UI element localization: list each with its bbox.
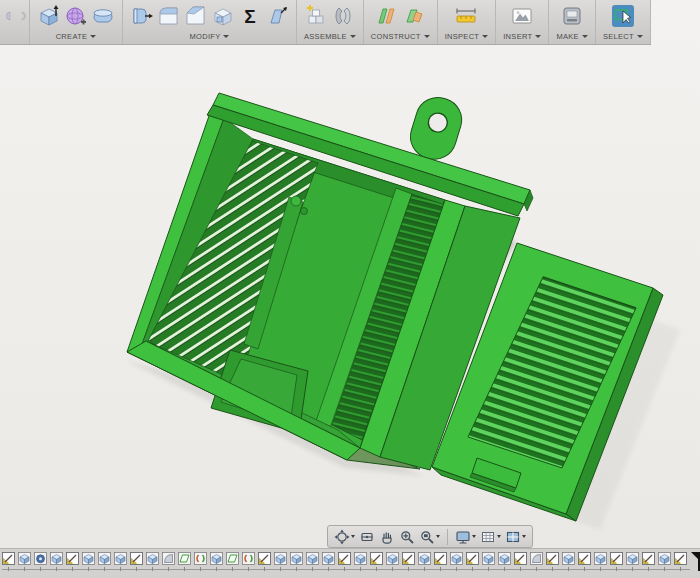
timeline-feature-extrude[interactable] xyxy=(82,552,95,571)
timeline-feature-extrude[interactable] xyxy=(274,552,287,571)
timeline-feature-extrude[interactable] xyxy=(386,552,399,571)
pan-button[interactable] xyxy=(378,529,396,545)
section-label-make[interactable]: MAKE xyxy=(556,32,587,41)
timeline-feature-extrude[interactable] xyxy=(290,552,303,571)
timeline-track[interactable] xyxy=(2,552,700,572)
timeline-feature-sketch[interactable] xyxy=(130,552,143,571)
orbit-button[interactable] xyxy=(333,529,356,545)
timeline-feature-sketch[interactable] xyxy=(642,552,655,571)
section-label-select[interactable]: SELECT xyxy=(603,32,643,41)
extrude-box-icon[interactable] xyxy=(37,4,61,28)
timeline-feature-revolve[interactable] xyxy=(34,552,47,571)
display-settings-button[interactable] xyxy=(454,529,477,545)
timeline-feature-extrude[interactable] xyxy=(114,552,127,571)
timeline-feature-joint[interactable] xyxy=(194,552,207,571)
timeline-tick xyxy=(56,567,57,571)
construction-plane-icon[interactable] xyxy=(375,4,399,28)
timeline-feature-extrude[interactable] xyxy=(146,552,159,571)
timeline-feature-sketch[interactable] xyxy=(2,552,15,571)
viewport-canvas[interactable] xyxy=(0,0,700,578)
section-label-create[interactable]: CREATE xyxy=(56,32,97,41)
timeline-feature-sketch[interactable] xyxy=(338,552,351,571)
timeline-tick xyxy=(616,567,617,571)
viewports-button[interactable] xyxy=(504,529,527,545)
timeline-feature-plane[interactable] xyxy=(226,552,239,571)
toolbar-section-make: MAKE xyxy=(549,0,595,44)
timeline-tick xyxy=(104,567,105,571)
timeline-feature-extrude[interactable] xyxy=(210,552,223,571)
timeline-feature-extrude[interactable] xyxy=(418,552,431,571)
timeline-feature-extrude[interactable] xyxy=(562,552,575,571)
section-label-modify[interactable]: MODIFY xyxy=(190,32,230,41)
shell-icon[interactable] xyxy=(211,4,235,28)
timeline-feature-extrude[interactable] xyxy=(482,552,495,571)
timeline-feature-extrude[interactable] xyxy=(18,552,31,571)
timeline-tick xyxy=(168,567,169,571)
zoom-window-button[interactable] xyxy=(418,529,441,545)
timeline-feature-extrude[interactable] xyxy=(450,552,463,571)
timeline-feature-sketch[interactable] xyxy=(66,552,79,571)
parameters-sigma-icon[interactable]: Σ xyxy=(238,4,262,28)
dropdown-caret-icon xyxy=(522,535,526,538)
grid-layout-button[interactable] xyxy=(479,529,502,545)
timeline-feature-extrude[interactable] xyxy=(50,552,63,571)
timeline-feature-plane[interactable] xyxy=(178,552,191,571)
timeline-feature-extrude[interactable] xyxy=(498,552,511,571)
timeline-tick xyxy=(24,567,25,571)
section-label-construct[interactable]: CONSTRUCT xyxy=(371,32,430,41)
insert-image-icon[interactable] xyxy=(510,4,534,28)
timeline-feature-fillet[interactable] xyxy=(530,552,543,571)
toolbar-panel: CREATEΣMODIFYASSEMBLECONSTRUCTINSPECTINS… xyxy=(0,0,651,45)
timeline-feature-sketch[interactable] xyxy=(402,552,415,571)
timeline-feature-extrude[interactable] xyxy=(594,552,607,571)
measure-icon[interactable] xyxy=(454,4,478,28)
revolve-slab-icon[interactable] xyxy=(91,4,115,28)
timeline-feature-extrude[interactable] xyxy=(658,552,671,571)
look-at-button[interactable] xyxy=(358,529,376,545)
select-tool-icon[interactable] xyxy=(609,3,636,30)
joint-icon[interactable] xyxy=(331,4,355,28)
timeline-feature-sketch[interactable] xyxy=(434,552,447,571)
rail-pin[interactable] xyxy=(301,208,308,215)
midplane-icon[interactable] xyxy=(402,4,426,28)
timeline-feature-sketch[interactable] xyxy=(674,552,687,571)
timeline-feature-extrude[interactable] xyxy=(306,552,319,571)
section-label-assemble[interactable]: ASSEMBLE xyxy=(304,32,356,41)
draft-icon[interactable] xyxy=(265,4,289,28)
timeline-feature-sketch[interactable] xyxy=(610,552,623,571)
clipped-label xyxy=(12,32,14,41)
timeline-feature-extrude[interactable] xyxy=(354,552,367,571)
rail-cap[interactable] xyxy=(291,196,301,206)
timeline-feature-sketch[interactable] xyxy=(466,552,479,571)
timeline-feature-sketch[interactable] xyxy=(258,552,271,571)
clipped-icon-a[interactable] xyxy=(0,4,12,28)
toolbar: CREATEΣMODIFYASSEMBLECONSTRUCTINSPECTINS… xyxy=(0,0,700,45)
zoom-button[interactable] xyxy=(398,529,416,545)
chamfer-icon[interactable] xyxy=(184,4,208,28)
toolbar-section-inspect: INSPECT xyxy=(438,0,497,44)
form-sphere-icon[interactable] xyxy=(64,4,88,28)
press-pull-icon[interactable] xyxy=(130,4,154,28)
3d-print-icon[interactable] xyxy=(560,4,584,28)
timeline-feature-sketch[interactable] xyxy=(514,552,527,571)
new-component-icon[interactable] xyxy=(304,4,328,28)
toolbar-section-create: CREATE xyxy=(30,0,123,44)
timeline-playhead[interactable] xyxy=(691,552,700,572)
timeline-feature-fillet[interactable] xyxy=(162,552,175,571)
timeline-feature-sketch[interactable] xyxy=(578,552,591,571)
section-label-insert[interactable]: INSERT xyxy=(503,32,541,41)
timeline-feature-extrude[interactable] xyxy=(322,552,335,571)
timeline-tick xyxy=(216,567,217,571)
timeline-feature-sketch[interactable] xyxy=(370,552,383,571)
toolbar-section-modify: ΣMODIFY xyxy=(123,0,297,44)
section-label-inspect[interactable]: INSPECT xyxy=(445,32,489,41)
timeline-tick xyxy=(472,567,473,571)
section-label-text: INSPECT xyxy=(445,32,480,41)
timeline-feature-joint[interactable] xyxy=(242,552,255,571)
fillet-icon[interactable] xyxy=(157,4,181,28)
timeline-feature-sketch[interactable] xyxy=(546,552,559,571)
timeline-feature-extrude[interactable] xyxy=(626,552,639,571)
timeline-tick xyxy=(344,567,345,571)
clipped-icon-b[interactable] xyxy=(15,4,27,28)
timeline-feature-extrude[interactable] xyxy=(98,552,111,571)
